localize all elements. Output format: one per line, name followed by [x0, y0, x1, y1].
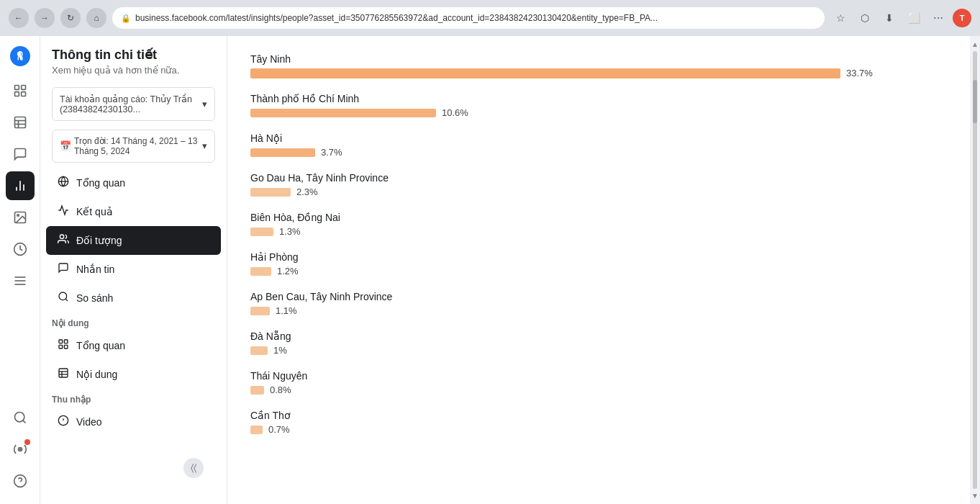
sidebar-item-noi-dung-tong-quan[interactable]: Tổng quan	[46, 331, 221, 360]
icon-sidebar-bottom	[6, 403, 35, 504]
app-container: Thông tin chi tiết Xem hiệu quả và hơn t…	[0, 36, 980, 504]
lock-icon: 🔒	[121, 14, 131, 23]
more-button[interactable]: ⋯	[928, 8, 948, 28]
profile-avatar[interactable]: T	[953, 9, 971, 27]
svg-point-29	[60, 235, 63, 238]
chart-label: Tây Ninh	[250, 53, 852, 65]
nav-icon-media[interactable]	[6, 203, 35, 232]
chart-bar-container: 1%	[250, 345, 852, 356]
downloads-button[interactable]: ⬇	[879, 8, 899, 28]
svg-rect-4	[14, 86, 19, 90]
chart-percentage: 1%	[273, 345, 287, 356]
chart-row: Ap Ben Cau, Tây Ninh Province1.1%	[250, 291, 852, 316]
extensions-button[interactable]: ⬡	[855, 8, 875, 28]
scroll-down-arrow[interactable]: ▼	[970, 490, 980, 501]
forward-button[interactable]: →	[35, 8, 55, 28]
chart-label: Biên Hòa, Đồng Nai	[250, 212, 852, 223]
chart-row: Đà Nẵng1%	[250, 330, 852, 356]
main-content: Tây Ninh33.7%Thành phố Hồ Chí Minh10.6%H…	[227, 36, 970, 504]
sidebar-ket-qua-label: Kết quả	[76, 206, 113, 217]
scroll-up-arrow[interactable]: ▲	[970, 39, 980, 50]
svg-rect-32	[59, 340, 63, 343]
chart-bar-container: 1.3%	[250, 226, 852, 237]
svg-point-30	[59, 292, 67, 300]
chart-bar	[250, 228, 273, 236]
reload-button[interactable]: ↻	[60, 8, 81, 28]
sidebar-subtitle: Xem hiệu quả và hơn thế nữa.	[52, 65, 215, 76]
browser-right-icons: ☆ ⬡ ⬇ ⬜ ⋯ T	[830, 8, 971, 28]
meta-logo[interactable]	[6, 42, 35, 71]
chart-percentage: 0.7%	[268, 424, 290, 435]
chart-label: Hà Nội	[250, 132, 852, 144]
chart-bar-container: 33.7%	[250, 68, 852, 78]
svg-rect-6	[14, 92, 19, 96]
browser-chrome: ← → ↻ ⌂ 🔒 business.facebook.com/latest/i…	[0, 0, 980, 36]
chart-row: Thành phố Hồ Chí Minh10.6%	[250, 93, 852, 118]
chart-row: Go Dau Ha, Tây Ninh Province2.3%	[250, 172, 852, 197]
svg-rect-34	[59, 345, 63, 348]
sidebar-item-tong-quan[interactable]: Tổng quan	[46, 168, 221, 197]
nav-icon-table[interactable]	[6, 108, 35, 137]
scroll-thumb[interactable]	[973, 80, 977, 123]
date-range-selector[interactable]: 📅 Trọn đời: 14 Tháng 4, 2021 – 13 Tháng …	[52, 130, 215, 163]
chart-label: Go Dau Ha, Tây Ninh Province	[250, 172, 852, 184]
nav-icon-overview[interactable]	[6, 76, 35, 105]
home-button[interactable]: ⌂	[86, 8, 106, 28]
svg-line-31	[65, 299, 68, 301]
sidebar-video-label: Video	[76, 416, 102, 428]
address-bar[interactable]: 🔒 business.facebook.com/latest/insights/…	[112, 7, 825, 29]
notification-dot	[24, 439, 30, 445]
svg-rect-33	[64, 340, 68, 343]
sidebar-item-doi-tuong[interactable]: Đối tượng	[46, 226, 221, 255]
calendar-icon: 📅	[60, 140, 71, 151]
ket-qua-icon	[58, 204, 69, 219]
nav-icon-messages[interactable]	[6, 140, 35, 168]
account-selector[interactable]: Tài khoản quảng cáo: Thủy Trần (23843824…	[52, 87, 215, 121]
icon-sidebar	[0, 36, 40, 504]
chart-bar	[250, 386, 264, 395]
so-sanh-icon	[58, 291, 69, 305]
svg-rect-8	[14, 117, 25, 128]
sidebar-doi-tuong-label: Đối tượng	[76, 235, 122, 246]
sidebar-nhan-tin-label: Nhắn tin	[76, 264, 114, 275]
noi-dung-icon	[58, 367, 69, 382]
svg-line-22	[22, 420, 25, 423]
noi-dung-section-label: Nội dung	[40, 312, 227, 331]
nav-icon-search[interactable]	[6, 403, 35, 432]
collapse-sidebar-button[interactable]: 〈〈	[183, 458, 204, 478]
chart-row: Thái Nguyên0.8%	[250, 370, 852, 395]
nav-icon-menu[interactable]	[6, 266, 35, 295]
sidebar-item-noi-dung[interactable]: Nội dung	[46, 360, 221, 389]
chart-bar	[250, 188, 291, 197]
chart-percentage: 1.1%	[276, 305, 297, 316]
chart-bar	[250, 148, 315, 157]
chart-row: Hải Phòng1.2%	[250, 251, 852, 276]
svg-rect-7	[21, 92, 25, 96]
url-text: business.facebook.com/latest/insights/pe…	[135, 13, 658, 23]
nav-icon-analytics[interactable]	[6, 171, 35, 200]
content-inner: Tây Ninh33.7%Thành phố Hồ Chí Minh10.6%H…	[227, 36, 875, 467]
chart-label: Đà Nẵng	[250, 330, 852, 342]
sidebar-header: Thông tin chi tiết Xem hiệu quả và hơn t…	[40, 48, 227, 87]
nav-icon-notification[interactable]	[6, 435, 35, 464]
sidebar-item-ket-qua[interactable]: Kết quả	[46, 197, 221, 226]
chart-percentage: 33.7%	[846, 68, 873, 78]
sidebar-so-sanh-label: So sánh	[76, 292, 113, 304]
sidebar-noi-dung-label: Nội dung	[76, 369, 117, 380]
sidebar-item-so-sanh[interactable]: So sánh	[46, 284, 221, 312]
profiles-button[interactable]: ⬜	[904, 8, 924, 28]
nhan-tin-icon	[58, 262, 69, 276]
sidebar-item-nhan-tin[interactable]: Nhắn tin	[46, 255, 221, 284]
chart-row: Tây Ninh33.7%	[250, 53, 852, 78]
bookmark-button[interactable]: ☆	[830, 8, 850, 28]
scroll-indicators: ▲ ▼	[970, 36, 980, 504]
chart-bar-container: 3.7%	[250, 147, 852, 158]
overview-icon	[58, 176, 69, 190]
back-button[interactable]: ←	[9, 8, 29, 28]
chart-bar-container: 1.1%	[250, 305, 852, 316]
nav-icon-clock[interactable]	[6, 235, 35, 264]
nav-icon-help[interactable]	[6, 467, 35, 495]
sidebar-item-video[interactable]: Video	[46, 408, 221, 436]
chart-bar-container: 1.2%	[250, 266, 852, 276]
chart-percentage: 0.8%	[270, 384, 291, 395]
